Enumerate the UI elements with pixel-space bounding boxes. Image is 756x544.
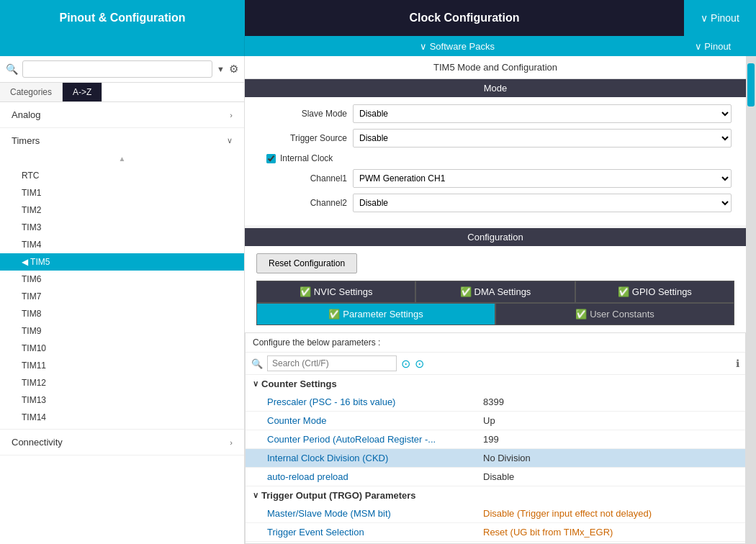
trgo-label: Trigger Output (TRGO) Parameters (261, 490, 416, 501)
gear-icon[interactable]: ⚙ (229, 63, 238, 76)
sidebar-item-tim5[interactable]: ◀ TIM5 (0, 253, 244, 271)
scroll-thumb[interactable] (747, 63, 755, 106)
param-tab-label: Parameter Settings (343, 309, 423, 319)
sidebar-search-bar: 🔍 ▼ ⚙ (0, 56, 244, 83)
channel1-label: Channel1 (259, 173, 353, 183)
msm-value[interactable]: Disable (Trigger input effect not delaye… (483, 508, 738, 519)
counter-mode-name: Counter Mode (267, 415, 483, 426)
timers-items: RTC TIM1 TIM2 TIM3 TIM4 ◀ TIM5 TIM6 TIM7… (0, 164, 244, 429)
trigger-event-row: Trigger Event Selection Reset (UG bit fr… (246, 523, 745, 542)
tab-gpio-settings[interactable]: ✅ GPIO Settings (575, 281, 734, 303)
counter-period-value[interactable]: 199 (483, 434, 738, 445)
param-nav-next-icon[interactable]: ⊙ (415, 357, 424, 371)
dma-check-icon: ✅ (460, 286, 472, 297)
sidebar-item-tim13[interactable]: TIM13 (0, 391, 244, 409)
trigger-source-row: Trigger Source Disable (259, 129, 732, 148)
tab-parameter-settings[interactable]: ✅ Parameter Settings (256, 303, 495, 325)
sidebar-item-tim14[interactable]: TIM14 (0, 409, 244, 426)
auto-reload-preload-value[interactable]: Disable (483, 471, 738, 482)
counter-settings-group[interactable]: ∨ Counter Settings (246, 375, 745, 393)
connectivity-group-label: Connectivity (12, 437, 63, 448)
timers-group-label: Timers (12, 135, 40, 146)
counter-mode-value[interactable]: Up (483, 415, 738, 426)
msm-row: Master/Slave Mode (MSM bit) Disable (Tri… (246, 504, 745, 523)
param-info-bar: Configure the below parameters : (246, 333, 745, 353)
analog-group-label: Analog (12, 109, 40, 120)
software-packs-link[interactable]: ∨ Software Packs (245, 36, 670, 56)
prescaler-name: Prescaler (PSC - 16 bits value) (267, 396, 483, 407)
param-nav-prev-icon[interactable]: ⊙ (401, 357, 410, 371)
counter-settings-label: Counter Settings (261, 378, 337, 389)
prescaler-value[interactable]: 8399 (483, 396, 738, 407)
sidebar-item-tim3[interactable]: TIM3 (0, 219, 244, 236)
tab-categories[interactable]: Categories (0, 83, 63, 101)
sidebar-group-header-timers[interactable]: Timers ∨ (0, 128, 244, 153)
channel2-select[interactable]: Disable (353, 194, 732, 212)
mode-content: Slave Mode Disable Trigger Source Disabl… (245, 97, 746, 225)
param-check-icon: ✅ (328, 309, 340, 319)
pinout-link[interactable]: ∨ Pinout (670, 36, 756, 56)
gpio-check-icon: ✅ (618, 286, 629, 297)
sidebar-item-tim11[interactable]: TIM11 (0, 357, 244, 374)
sidebar-item-tim1[interactable]: TIM1 (0, 184, 244, 201)
slave-mode-select[interactable]: Disable (353, 104, 732, 123)
sidebar-item-tim9[interactable]: TIM9 (0, 322, 244, 340)
sidebar-item-tim7[interactable]: TIM7 (0, 288, 244, 305)
channel1-select[interactable]: PWM Generation CH1 (353, 169, 732, 188)
prescaler-row: Prescaler (PSC - 16 bits value) 8399 (246, 393, 745, 412)
sidebar-item-rtc[interactable]: RTC (0, 167, 244, 184)
sub-header-left (0, 36, 245, 56)
counter-period-name: Counter Period (AutoReload Register -... (267, 434, 483, 445)
sidebar: 🔍 ▼ ⚙ Categories A->Z Analog › Timers (0, 56, 245, 544)
channel1-row: Channel1 PWM Generation CH1 (259, 169, 732, 188)
tab-dma-settings[interactable]: ✅ DMA Settings (415, 281, 575, 303)
sidebar-item-tim8[interactable]: TIM8 (0, 305, 244, 322)
param-area: Configure the below parameters : 🔍 ⊙ ⊙ ℹ… (245, 332, 746, 544)
internal-clock-division-name: Internal Clock Division (CKD) (267, 453, 483, 463)
param-search-input[interactable] (267, 355, 397, 371)
clock-config-tab[interactable]: Clock Configuration (245, 0, 684, 36)
internal-clock-row: Internal Clock (259, 153, 732, 163)
sidebar-item-tim10[interactable]: TIM10 (0, 340, 244, 357)
trgo-group[interactable]: ∨ Trigger Output (TRGO) Parameters (246, 486, 745, 504)
slave-mode-label: Slave Mode (259, 109, 353, 119)
sidebar-group-analog: Analog › (0, 102, 244, 128)
sidebar-group-header-analog[interactable]: Analog › (0, 102, 244, 127)
gpio-tab-label: GPIO Settings (632, 286, 692, 297)
right-scrollbar[interactable] (746, 56, 756, 544)
reset-config-button[interactable]: Reset Configuration (256, 253, 357, 273)
internal-clock-division-row[interactable]: Internal Clock Division (CKD) No Divisio… (246, 449, 745, 468)
user-tab-label: User Constants (590, 309, 654, 319)
dma-tab-label: DMA Settings (474, 286, 531, 297)
nvic-check-icon: ✅ (300, 286, 311, 297)
sidebar-item-tim12[interactable]: TIM12 (0, 374, 244, 391)
mode-header: Mode (245, 79, 746, 97)
dropdown-arrow-icon[interactable]: ▼ (217, 65, 225, 73)
sidebar-item-tim2[interactable]: TIM2 (0, 201, 244, 219)
trigger-event-value[interactable]: Reset (UG bit from TIMx_EGR) (483, 527, 738, 538)
tab-nvic-settings[interactable]: ✅ NVIC Settings (256, 281, 415, 303)
pinout-config-tab[interactable]: Pinout & Configuration (0, 0, 245, 36)
search-icon: 🔍 (6, 63, 18, 75)
msm-name: Master/Slave Mode (MSM bit) (267, 508, 483, 519)
sidebar-item-tim4[interactable]: TIM4 (0, 236, 244, 253)
main-content: TIM5 Mode and Configuration Mode Slave M… (245, 56, 746, 544)
counter-mode-row: Counter Mode Up (246, 412, 745, 430)
counter-period-row: Counter Period (AutoReload Register -...… (246, 430, 745, 449)
sidebar-group-connectivity: Connectivity › (0, 430, 244, 455)
pinout-btn[interactable]: ∨ Pinout (684, 0, 756, 36)
tab-az[interactable]: A->Z (63, 83, 102, 101)
config-section: Configuration Reset Configuration ✅ NVIC… (245, 225, 746, 332)
tab-user-constants[interactable]: ✅ User Constants (495, 303, 734, 325)
trigger-source-select[interactable]: Disable (353, 129, 732, 148)
config-header: Configuration (245, 228, 746, 246)
sidebar-group-header-connectivity[interactable]: Connectivity › (0, 430, 244, 455)
search-input[interactable] (22, 60, 212, 78)
internal-clock-division-value[interactable]: No Division (483, 453, 738, 463)
counter-settings-collapse-icon: ∨ (253, 379, 258, 389)
sidebar-item-tim6[interactable]: TIM6 (0, 271, 244, 288)
auto-reload-preload-row: auto-reload preload Disable (246, 468, 745, 486)
internal-clock-checkbox[interactable] (266, 154, 276, 163)
param-info-icon: ℹ (736, 358, 739, 369)
sidebar-group-timers: Timers ∨ ▲ RTC TIM1 TIM2 TIM3 TIM4 ◀ TIM… (0, 128, 244, 430)
